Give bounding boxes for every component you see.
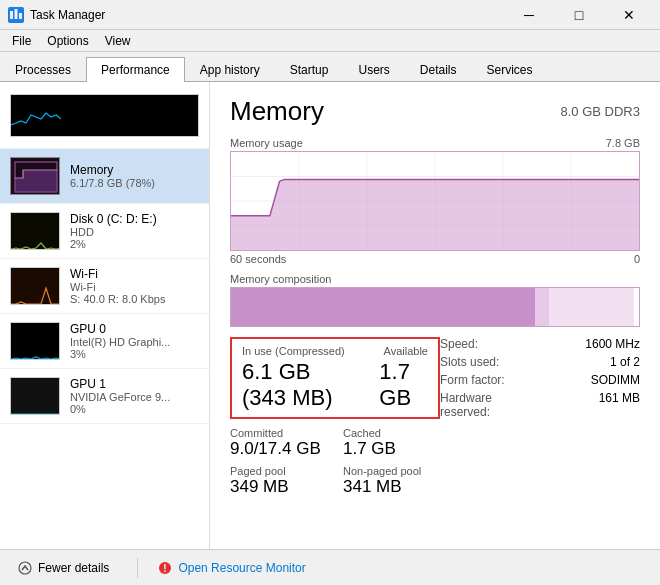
time-left: 60 seconds: [230, 253, 286, 265]
title-bar-controls: ─ □ ✕: [506, 0, 652, 30]
wifi-mini-chart: [11, 268, 60, 305]
slots-label: Slots used:: [440, 355, 540, 369]
non-paged-pool-label: Non-paged pool: [343, 465, 440, 477]
non-paged-pool-value: 341 MB: [343, 477, 440, 497]
main-content: CPU 15% 1.21 GHz Memory 6.1/7.8 GB (78%): [0, 82, 660, 549]
form-factor-label: Form factor:: [440, 373, 540, 387]
sidebar-item-cpu[interactable]: CPU 15% 1.21 GHz: [0, 82, 209, 149]
comp-free: [634, 288, 639, 326]
disk-usage: 2%: [70, 238, 199, 250]
in-use-label-row: In use (Compressed) Available: [242, 345, 428, 357]
tab-users[interactable]: Users: [343, 57, 404, 82]
memory-info: Memory 6.1/7.8 GB (78%): [70, 163, 199, 189]
open-resource-monitor-label: Open Resource Monitor: [178, 561, 305, 575]
in-use-value: 6.1 GB (343 MB): [242, 359, 359, 411]
speed-value: 1600 MHz: [540, 337, 640, 351]
close-button[interactable]: ✕: [606, 0, 652, 30]
cpu-thumbnail: [10, 94, 199, 137]
memory-label: Memory: [70, 163, 199, 177]
fewer-details-button[interactable]: Fewer details: [10, 557, 117, 579]
detail-subtitle: 8.0 GB DDR3: [561, 96, 640, 119]
available-value: 1.7 GB: [379, 359, 428, 411]
sidebar-item-memory[interactable]: Memory 6.1/7.8 GB (78%): [0, 149, 209, 204]
form-factor-value: SODIMM: [540, 373, 640, 387]
detail-title: Memory: [230, 96, 324, 127]
tab-performance[interactable]: Performance: [86, 57, 185, 82]
memory-thumbnail: [10, 157, 60, 195]
chart-time-row: 60 seconds 0: [230, 253, 640, 265]
gpu0-usage: 3%: [70, 348, 199, 360]
wifi-thumbnail: [10, 267, 60, 305]
open-resource-monitor-button[interactable]: ! Open Resource Monitor: [158, 561, 305, 575]
disk-info: Disk 0 (C: D: E:) HDD 2%: [70, 212, 199, 250]
svg-marker-19: [231, 179, 639, 250]
right-stats-grid: Speed: 1600 MHz Slots used: 1 of 2 Form …: [440, 337, 640, 419]
menu-view[interactable]: View: [97, 32, 139, 50]
tab-details[interactable]: Details: [405, 57, 472, 82]
slots-value: 1 of 2: [540, 355, 640, 369]
sidebar: CPU 15% 1.21 GHz Memory 6.1/7.8 GB (78%): [0, 82, 210, 549]
disk-mini-chart: [11, 213, 60, 250]
svg-rect-2: [15, 9, 18, 19]
gpu1-label: GPU 1: [70, 377, 199, 391]
hw-reserved-label: Hardware reserved:: [440, 391, 540, 419]
in-use-values: 6.1 GB (343 MB) 1.7 GB: [242, 359, 428, 411]
sidebar-item-gpu0[interactable]: GPU 0 Intel(R) HD Graphi... 3%: [0, 314, 209, 369]
composition-bar: [230, 287, 640, 327]
hw-reserved-value: 161 MB: [540, 391, 640, 419]
disk-label: Disk 0 (C: D: E:): [70, 212, 199, 226]
committed-stat: Committed 9.0/17.4 GB: [230, 427, 327, 459]
tab-startup[interactable]: Startup: [275, 57, 344, 82]
stats-left: In use (Compressed) Available 6.1 GB (34…: [230, 337, 440, 497]
stats-right: Speed: 1600 MHz Slots used: 1 of 2 Form …: [440, 337, 640, 497]
title-bar-left: Task Manager: [8, 7, 105, 23]
disk-thumbnail: [10, 212, 60, 250]
svg-rect-3: [19, 13, 22, 19]
tab-bar: Processes Performance App history Startu…: [0, 52, 660, 82]
tab-apphistory[interactable]: App history: [185, 57, 275, 82]
gpu0-model: Intel(R) HD Graphi...: [70, 336, 199, 348]
detail-header: Memory 8.0 GB DDR3: [230, 96, 640, 127]
memory-usage-chart: [230, 151, 640, 251]
tab-services[interactable]: Services: [472, 57, 548, 82]
svg-rect-8: [11, 323, 60, 360]
gpu0-label: GPU 0: [70, 322, 199, 336]
svg-rect-9: [11, 378, 60, 415]
gpu1-model: NVIDIA GeForce 9...: [70, 391, 199, 403]
restore-button[interactable]: □: [556, 0, 602, 30]
cached-label: Cached: [343, 427, 440, 439]
chart-label-row: Memory usage 7.8 GB: [230, 137, 640, 149]
wifi-type: Wi-Fi: [70, 281, 199, 293]
sidebar-item-disk[interactable]: Disk 0 (C: D: E:) HDD 2%: [0, 204, 209, 259]
memory-stats: 6.1/7.8 GB (78%): [70, 177, 199, 189]
svg-point-20: [19, 562, 31, 574]
sidebar-item-wifi[interactable]: Wi-Fi Wi-Fi S: 40.0 R: 8.0 Kbps: [0, 259, 209, 314]
paged-pool-label: Paged pool: [230, 465, 327, 477]
comp-standby: [549, 288, 634, 326]
menu-file[interactable]: File: [4, 32, 39, 50]
memory-chart-svg: [231, 152, 639, 250]
cached-stat: Cached 1.7 GB: [343, 427, 440, 459]
sidebar-item-gpu1[interactable]: GPU 1 NVIDIA GeForce 9... 0%: [0, 369, 209, 424]
menu-bar: File Options View: [0, 30, 660, 52]
usage-max: 7.8 GB: [606, 137, 640, 149]
tab-processes[interactable]: Processes: [0, 57, 86, 82]
gpu0-thumbnail: [10, 322, 60, 360]
window-title: Task Manager: [30, 8, 105, 22]
committed-label: Committed: [230, 427, 327, 439]
minimize-button[interactable]: ─: [506, 0, 552, 30]
gpu1-thumbnail: [10, 377, 60, 415]
resource-monitor-icon: !: [158, 561, 172, 575]
bottom-divider: [137, 558, 138, 578]
detail-panel: Memory 8.0 GB DDR3 Memory usage 7.8 GB: [210, 82, 660, 549]
chevron-up-icon: [18, 561, 32, 575]
in-use-box: In use (Compressed) Available 6.1 GB (34…: [230, 337, 440, 419]
comp-modified: [535, 288, 550, 326]
title-bar: Task Manager ─ □ ✕: [0, 0, 660, 30]
in-use-label: In use (Compressed): [242, 345, 345, 357]
svg-text:!: !: [164, 563, 167, 574]
gpu0-mini-chart: [11, 323, 60, 360]
composition-section: Memory composition: [230, 273, 640, 327]
menu-options[interactable]: Options: [39, 32, 96, 50]
comp-in-use: [231, 288, 535, 326]
